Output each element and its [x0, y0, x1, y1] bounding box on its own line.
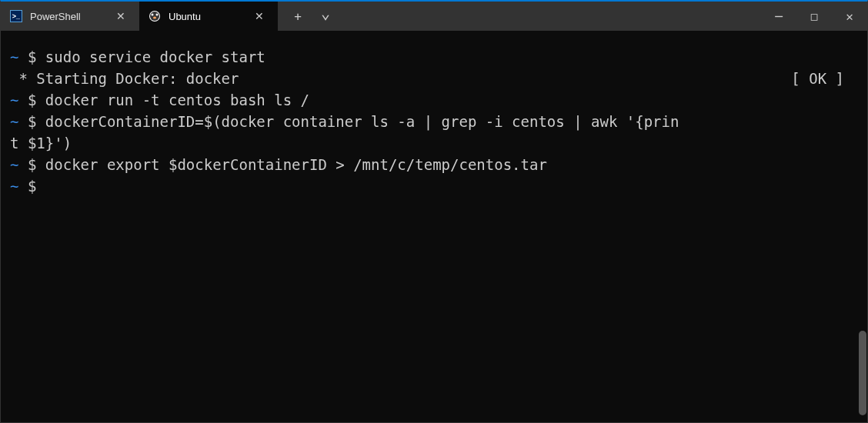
- command-text: dockerContainerID=$(docker container ls …: [45, 113, 679, 130]
- prompt-path: ~: [10, 156, 18, 173]
- command-text-wrap: t $1}'): [10, 135, 72, 152]
- prompt-symbol: $: [28, 178, 36, 195]
- terminal-output[interactable]: ~ $ sudo service docker start * Starting…: [1, 31, 867, 205]
- prompt-symbol: $: [28, 156, 36, 173]
- tab-strip: >_ PowerShell ✕ Ubuntu ✕: [1, 2, 278, 31]
- svg-point-2: [152, 14, 154, 16]
- tab-title: Ubuntu: [169, 11, 219, 22]
- prompt-path: ~: [10, 113, 18, 130]
- close-icon[interactable]: ✕: [250, 7, 269, 25]
- output-text: * Starting Docker: docker: [10, 70, 239, 87]
- scrollbar-thumb[interactable]: [859, 331, 866, 415]
- prompt-path: ~: [10, 48, 18, 65]
- svg-point-1: [150, 12, 159, 21]
- titlebar-actions: + ⌄: [284, 2, 339, 31]
- prompt-symbol: $: [28, 48, 36, 65]
- tab-title: PowerShell: [30, 11, 81, 22]
- status-ok: [ OK ]: [791, 68, 844, 89]
- prompt-symbol: $: [28, 113, 36, 130]
- svg-point-4: [153, 17, 156, 19]
- close-icon: ✕: [846, 9, 853, 24]
- powershell-icon: >_: [10, 10, 22, 22]
- command-text: sudo service docker start: [45, 48, 265, 65]
- plus-icon: +: [294, 9, 302, 24]
- dropdown-button[interactable]: ⌄: [312, 2, 339, 31]
- command-text: docker export $dockerContainerID > /mnt/…: [45, 156, 547, 173]
- titlebar: >_ PowerShell ✕ Ubuntu ✕ + ⌄: [1, 2, 867, 31]
- prompt-path: ~: [10, 92, 18, 108]
- new-tab-button[interactable]: +: [284, 2, 312, 31]
- minimize-button[interactable]: ─: [761, 2, 796, 31]
- maximize-button[interactable]: □: [796, 2, 832, 31]
- ubuntu-icon: [149, 10, 161, 22]
- tab-ubuntu[interactable]: Ubuntu ✕: [139, 2, 278, 31]
- window-controls: ─ □ ✕: [761, 2, 867, 31]
- tab-powershell[interactable]: >_ PowerShell ✕: [1, 2, 139, 31]
- minimize-icon: ─: [775, 9, 783, 24]
- prompt-symbol: $: [28, 92, 36, 108]
- close-button[interactable]: ✕: [832, 2, 867, 31]
- maximize-icon: □: [811, 10, 817, 22]
- command-text: docker run -t centos bash ls /: [45, 92, 309, 108]
- close-icon[interactable]: ✕: [112, 7, 130, 25]
- chevron-down-icon: ⌄: [321, 4, 330, 22]
- svg-point-3: [156, 14, 159, 16]
- prompt-path: ~: [10, 178, 18, 195]
- titlebar-drag-area[interactable]: [339, 2, 761, 31]
